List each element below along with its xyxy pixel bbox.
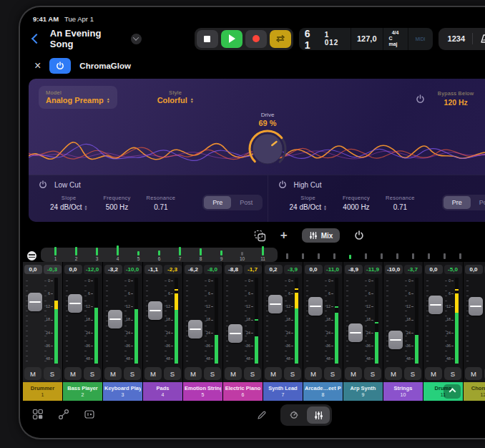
solo-button[interactable]: S [324, 367, 341, 380]
mute-button[interactable]: M [64, 367, 82, 380]
pre-button[interactable]: Pre [444, 196, 471, 209]
expand-strip-button[interactable] [444, 384, 461, 399]
high-cut-frequency[interactable]: Frequency 4000 Hz [343, 195, 370, 211]
track-name-band[interactable]: Synth Lead7 [263, 382, 303, 401]
close-icon[interactable]: × [34, 60, 41, 72]
mute-button[interactable]: M [24, 367, 41, 380]
high-cut-power-icon[interactable] [278, 180, 287, 189]
solo-button[interactable]: S [444, 367, 461, 380]
count-in-button[interactable]: 1234 [441, 30, 472, 48]
fader-cap[interactable] [28, 293, 42, 311]
drive-knob[interactable] [248, 129, 288, 169]
fader-cap[interactable] [148, 301, 162, 320]
metronome-button[interactable] [473, 30, 485, 48]
peak-db-value[interactable]: -3,7 [404, 265, 422, 274]
io-button[interactable] [82, 406, 97, 422]
lcd-display[interactable]: 6 1 1 012 127,0 4/4C maj MIDI [299, 28, 433, 50]
song-title[interactable]: An Evening Song [50, 28, 125, 49]
solo-button[interactable]: S [244, 367, 261, 380]
fader-db-value[interactable]: 0,0 [64, 265, 82, 274]
peak-db-value[interactable]: -11,0 [324, 265, 342, 274]
fader-db-value[interactable]: 0,0 [24, 265, 42, 274]
track-name-band[interactable]: Pads4 [143, 382, 182, 401]
back-chevron-icon[interactable] [31, 34, 41, 44]
fader-cap[interactable] [268, 295, 283, 313]
duplicate-button[interactable] [254, 230, 266, 242]
track-name-band[interactable]: Arcade…eet Pad8 [303, 382, 343, 401]
mute-button[interactable]: M [345, 367, 362, 380]
edit-pencil-button[interactable] [253, 407, 269, 423]
fader-cap[interactable] [228, 324, 242, 343]
peak-db-value[interactable]: -3,9 [284, 265, 302, 274]
mix-view-button[interactable]: Mix [302, 228, 341, 243]
fader-cap[interactable] [348, 323, 363, 342]
low-cut-frequency[interactable]: Frequency 500 Hz [103, 195, 130, 211]
bypass-below-control[interactable]: Bypass Below 120 Hz [438, 90, 474, 107]
track-name-band[interactable]: Strings10 [383, 382, 423, 401]
high-cut-slope[interactable]: Slope 24 dB/Oct▲▼ [290, 195, 327, 211]
high-cut-resonance[interactable]: Resonance 0.71 [386, 195, 415, 211]
mixer-view-button[interactable] [307, 406, 330, 424]
solo-button[interactable]: S [204, 367, 221, 380]
fader-db-value[interactable]: -3,2 [104, 265, 122, 274]
model-selector[interactable]: Model Analog Preamp▲▼ [39, 86, 117, 109]
fader-db-value[interactable]: 0,0 [465, 265, 483, 274]
mute-button[interactable]: M [185, 367, 202, 380]
solo-button[interactable]: S [364, 367, 381, 380]
low-cut-power-icon[interactable] [39, 180, 47, 189]
peak-db-value[interactable]: -11,9 [364, 265, 382, 274]
peak-db-value[interactable]: -5,0 [444, 265, 462, 274]
peak-db-value[interactable]: -8,0 [204, 265, 222, 274]
mute-button[interactable]: M [385, 367, 402, 380]
solo-button[interactable]: S [124, 367, 141, 380]
track-name-band[interactable]: Electric Piano6 [223, 382, 263, 401]
peak-db-value[interactable]: -2,3 [164, 265, 182, 274]
song-menu-chevron-icon[interactable] [131, 34, 142, 44]
mute-button[interactable]: M [265, 367, 282, 380]
output-channel-icon[interactable] [27, 251, 36, 260]
fader-db-value[interactable]: -1,1 [144, 265, 162, 274]
bypass-power-icon[interactable] [416, 94, 425, 104]
add-track-button[interactable]: + [280, 228, 288, 243]
mute-button[interactable]: M [104, 367, 122, 380]
track-name-band[interactable]: Drummer1 [23, 382, 62, 401]
fader-cap[interactable] [469, 297, 483, 316]
fader-cap[interactable] [188, 320, 202, 339]
play-button[interactable] [221, 30, 242, 48]
fader-db-value[interactable]: -6,2 [185, 265, 202, 274]
peak-db-value[interactable]: -10,0 [124, 265, 142, 274]
fader-db-value[interactable]: -8,9 [345, 265, 363, 274]
fader-db-value[interactable]: 0,2 [265, 265, 283, 274]
mute-button[interactable]: M [225, 367, 242, 380]
peak-db-value[interactable]: -0,3 [44, 265, 62, 274]
cycle-button[interactable] [270, 30, 291, 48]
track-name-band[interactable]: Keyboard Player3 [103, 382, 142, 401]
solo-button[interactable]: S [164, 367, 181, 380]
peak-db-value[interactable]: -1,7 [244, 265, 262, 274]
track-overview-extra[interactable] [286, 253, 461, 262]
mixer-power-button[interactable] [354, 230, 364, 240]
fader-db-value[interactable]: 0,0 [425, 265, 443, 274]
style-selector[interactable]: Style Colorful▲▼ [157, 86, 194, 104]
low-cut-slope[interactable]: Slope 24 dB/Oct▲▼ [50, 195, 87, 211]
browser-button[interactable] [30, 406, 46, 422]
post-button[interactable]: Post [471, 196, 485, 209]
track-name-band[interactable]: Bass Player2 [63, 382, 102, 401]
track-name-band[interactable]: Drums11 [423, 382, 463, 401]
track-name-band[interactable]: Emotion Strings5 [183, 382, 222, 401]
track-overview-selector[interactable]: 1234567891011 [41, 248, 278, 262]
mute-button[interactable]: M [305, 367, 322, 380]
peak-db-value[interactable]: -12,0 [84, 265, 102, 274]
solo-button[interactable]: S [284, 367, 301, 380]
fader-cap[interactable] [308, 297, 323, 316]
controls-view-button[interactable] [283, 406, 305, 424]
plugin-power-button[interactable] [49, 58, 71, 74]
stop-button[interactable] [197, 30, 218, 48]
solo-button[interactable]: S [404, 367, 421, 380]
pre-button[interactable]: Pre [204, 196, 231, 209]
fader-db-value[interactable]: 0,0 [305, 265, 323, 274]
post-button[interactable]: Post [231, 196, 261, 209]
fader-cap[interactable] [388, 331, 403, 349]
mute-button[interactable]: M [465, 367, 482, 380]
mute-button[interactable]: M [425, 367, 442, 380]
